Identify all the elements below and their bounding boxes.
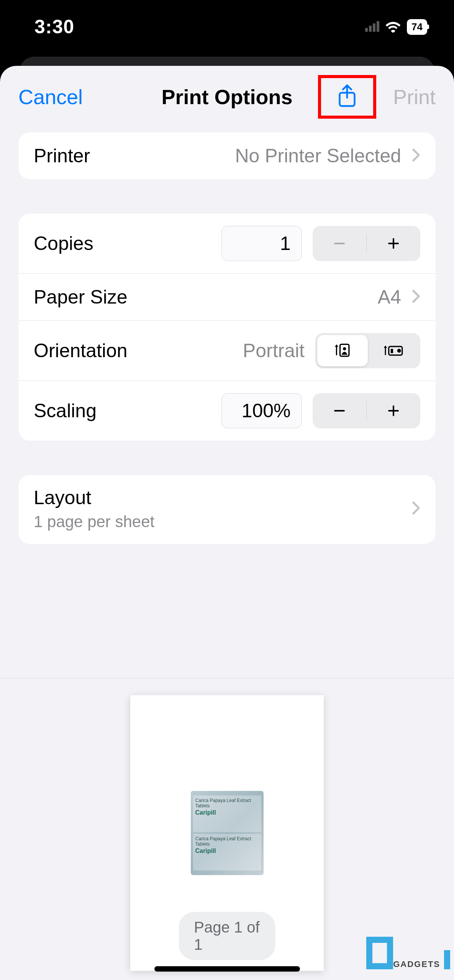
scaling-increment-button[interactable]: [367, 393, 420, 428]
paper-size-row[interactable]: Paper Size A4: [18, 273, 436, 320]
copies-row: Copies 1: [18, 214, 436, 273]
copies-label: Copies: [34, 232, 93, 255]
svg-rect-4: [391, 349, 393, 353]
chevron-right-icon: [412, 148, 420, 163]
scaling-stepper: [313, 393, 421, 428]
copies-decrement-button[interactable]: [313, 226, 366, 261]
status-time: 3:30: [34, 16, 74, 38]
orientation-segmented-control: [315, 333, 420, 368]
printer-row[interactable]: Printer No Printer Selected: [18, 132, 436, 179]
scaling-label: Scaling: [34, 400, 97, 422]
orientation-value: Portrait: [243, 340, 305, 362]
scaling-input[interactable]: 100%: [221, 393, 302, 428]
print-options-sheet: Cancel Print Options Print: [0, 66, 454, 980]
layout-row[interactable]: Layout 1 page per sheet: [18, 475, 436, 544]
page-title: Print Options: [162, 85, 293, 109]
svg-point-2: [343, 347, 346, 350]
portrait-button[interactable]: [317, 335, 368, 366]
status-bar: 3:30 74: [0, 0, 454, 54]
share-icon: [337, 83, 357, 110]
landscape-button[interactable]: [368, 335, 418, 366]
page-indicator: Page 1 of 1: [179, 912, 275, 960]
scaling-row: Scaling 100%: [18, 381, 436, 441]
paper-size-value: A4: [378, 286, 401, 308]
share-button[interactable]: [318, 75, 376, 119]
portrait-icon: [333, 340, 352, 361]
orientation-row: Orientation Portrait: [18, 320, 436, 381]
document-thumbnail: Carica Papaya Leaf Extract Tablets Carip…: [191, 791, 264, 875]
printer-value: No Printer Selected: [235, 145, 401, 167]
landscape-icon: [382, 340, 405, 361]
chevron-right-icon: [412, 289, 420, 305]
printer-label: Printer: [34, 145, 90, 167]
wifi-icon: [385, 21, 401, 33]
scaling-decrement-button[interactable]: [313, 393, 366, 428]
copies-increment-button[interactable]: [367, 226, 420, 261]
paper-size-label: Paper Size: [34, 286, 128, 308]
nav-bar: Cancel Print Options Print: [0, 66, 454, 128]
copies-input[interactable]: 1: [221, 226, 302, 261]
watermark: GADGETS: [366, 937, 450, 969]
layout-label: Layout: [34, 487, 154, 509]
copies-stepper: [313, 226, 421, 261]
print-button[interactable]: Print: [393, 85, 436, 109]
orientation-label: Orientation: [34, 340, 128, 362]
cancel-button[interactable]: Cancel: [18, 85, 83, 109]
preview-area: Carica Papaya Leaf Extract Tablets Carip…: [0, 678, 454, 980]
cellular-signal-icon: [365, 22, 379, 32]
home-indicator[interactable]: [154, 966, 300, 972]
battery-indicator: 74: [407, 19, 427, 35]
chevron-right-icon: [412, 501, 420, 516]
layout-subtitle: 1 page per sheet: [34, 513, 154, 531]
svg-point-5: [397, 349, 401, 353]
page-preview[interactable]: Carica Papaya Leaf Extract Tablets Carip…: [130, 695, 324, 971]
